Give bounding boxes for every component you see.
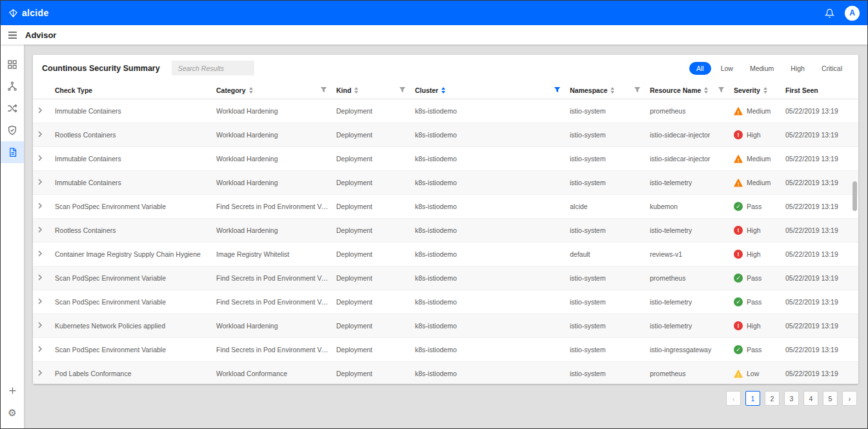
row-expander[interactable] [33, 346, 55, 354]
table-row[interactable]: Immutable ContainersWorkload HardeningDe… [33, 147, 858, 171]
table-row[interactable]: Rootless ContainersWorkload HardeningDep… [33, 123, 858, 147]
table-row[interactable]: Pod Labels ConformanceWorkload Conforman… [33, 362, 858, 384]
column-label: Severity [734, 86, 760, 94]
severity-high-icon: ! [734, 130, 743, 139]
sort-icon[interactable] [704, 87, 708, 94]
column-header-check-type[interactable]: Check Type [55, 81, 216, 99]
table-row[interactable]: Kubernetes Network Policies appliedWorkl… [33, 314, 858, 338]
table-row[interactable]: Immutable ContainersWorkload HardeningDe… [33, 99, 858, 123]
cell-category: Find Secrets in Pod Environment Variable… [216, 203, 336, 210]
cell-check-type: Scan PodSpec Environment Variable [55, 298, 216, 306]
pagination-page-3[interactable]: 3 [784, 391, 799, 406]
sidebar-add-button[interactable] [1, 379, 24, 401]
table-row[interactable]: Immutable ContainersWorkload HardeningDe… [33, 171, 858, 195]
pagination-page-2[interactable]: 2 [765, 391, 780, 406]
pagination-page-1[interactable]: 1 [745, 391, 760, 406]
sidebar-settings-button[interactable]: ⚙ [1, 401, 24, 423]
column-header-kind[interactable]: Kind [336, 81, 415, 99]
sidebar-item-dashboard[interactable] [1, 54, 24, 75]
severity-label: Pass [747, 203, 762, 210]
row-expander[interactable] [33, 179, 55, 186]
filter-funnel-icon[interactable] [718, 86, 725, 94]
pagination-prev-button[interactable]: ‹ [726, 391, 741, 406]
subheader: Advisor [1, 25, 867, 45]
filter-pill-medium[interactable]: Medium [743, 62, 781, 75]
sidebar-item-network[interactable] [1, 75, 24, 97]
filter-pill-critical[interactable]: Critical [814, 62, 849, 75]
cell-kind: Deployment [336, 370, 415, 377]
cell-cluster: k8s-istiodemo [415, 226, 570, 234]
row-expander[interactable] [33, 226, 55, 234]
column-header-severity[interactable]: Severity [734, 81, 785, 99]
table-row[interactable]: Scan PodSpec Environment VariableFind Se… [33, 338, 858, 362]
cell-resource-name: prometheus [650, 370, 734, 377]
table-row[interactable]: Scan PodSpec Environment VariableFind Se… [33, 290, 858, 314]
column-header-first-seen[interactable]: First Seen [785, 81, 858, 99]
hamburger-menu-icon[interactable] [1, 31, 24, 39]
cell-kind: Deployment [336, 107, 415, 115]
cell-kind: Deployment [336, 203, 415, 210]
row-expander[interactable] [33, 370, 55, 377]
sort-icon[interactable] [354, 87, 358, 94]
pagination-page-5[interactable]: 5 [823, 391, 838, 406]
row-expander[interactable] [33, 107, 55, 115]
cell-namespace: default [570, 250, 650, 258]
cell-cluster: k8s-istiodemo [415, 322, 570, 330]
shuffle-arrows-icon [7, 103, 17, 114]
filter-pill-low[interactable]: Low [714, 62, 740, 75]
table-row[interactable]: Scan PodSpec Environment VariableFind Se… [33, 195, 858, 219]
severity-label: Medium [747, 155, 771, 163]
pagination-next-button[interactable]: › [842, 391, 857, 406]
column-header-resource-name[interactable]: Resource Name [650, 81, 734, 99]
user-avatar[interactable]: A [845, 6, 860, 21]
sort-icon[interactable] [441, 87, 445, 94]
column-label: Namespace [570, 86, 607, 94]
sidebar-item-flows[interactable] [1, 97, 24, 119]
table-scrollbar[interactable] [853, 97, 857, 381]
card-title: Countinous Security Summary [42, 64, 160, 73]
row-expander[interactable] [33, 250, 55, 258]
cell-first-seen: 05/22/2019 13:19 [785, 250, 858, 258]
filter-pill-all[interactable]: All [689, 62, 711, 75]
filter-pill-high[interactable]: High [783, 62, 812, 75]
filter-funnel-icon[interactable] [554, 86, 561, 94]
pagination-page-4[interactable]: 4 [803, 391, 818, 406]
cell-first-seen: 05/22/2019 13:19 [785, 346, 858, 354]
row-expander[interactable] [33, 322, 55, 330]
filter-funnel-icon[interactable] [634, 86, 641, 94]
severity-pass-icon: ✓ [734, 345, 743, 354]
column-label: Cluster [415, 86, 438, 94]
sort-icon[interactable] [763, 87, 767, 94]
column-header-cluster[interactable]: Cluster [415, 81, 570, 99]
bell-icon[interactable] [825, 8, 834, 18]
chevron-right-icon [37, 250, 43, 258]
severity-label: Pass [747, 274, 762, 282]
row-expander[interactable] [33, 131, 55, 139]
sort-icon[interactable] [249, 87, 253, 94]
cell-first-seen: 05/22/2019 13:19 [785, 203, 858, 210]
brand[interactable]: alcide [8, 8, 49, 18]
search-input[interactable] [172, 61, 254, 75]
table-row[interactable]: Scan PodSpec Environment VariableFind Se… [33, 266, 858, 290]
sidebar-item-policy[interactable] [1, 119, 24, 141]
filter-funnel-icon[interactable] [320, 86, 327, 94]
cell-category: Workload Hardening [216, 131, 336, 139]
filter-funnel-icon[interactable] [399, 86, 406, 94]
cell-namespace: istio-system [570, 322, 650, 330]
shield-check-icon [7, 125, 17, 135]
severity-label: High [747, 226, 761, 234]
table-row[interactable]: Rootless ContainersWorkload HardeningDep… [33, 219, 858, 243]
column-header-namespace[interactable]: Namespace [570, 81, 650, 99]
row-expander[interactable] [33, 155, 55, 163]
alcide-logo-icon [8, 8, 18, 18]
row-expander[interactable] [33, 203, 55, 210]
table-row[interactable]: Container Image Registry Supply Chain Hy… [33, 243, 858, 266]
cell-check-type: Scan PodSpec Environment Variable [55, 274, 216, 282]
column-header-category[interactable]: Category [216, 81, 336, 99]
sort-icon[interactable] [611, 87, 614, 94]
table-scrollbar-thumb[interactable] [853, 181, 857, 211]
row-expander[interactable] [33, 274, 55, 282]
severity-label: Low [747, 370, 759, 377]
row-expander[interactable] [33, 298, 55, 306]
sidebar-item-advisor[interactable] [1, 141, 24, 163]
